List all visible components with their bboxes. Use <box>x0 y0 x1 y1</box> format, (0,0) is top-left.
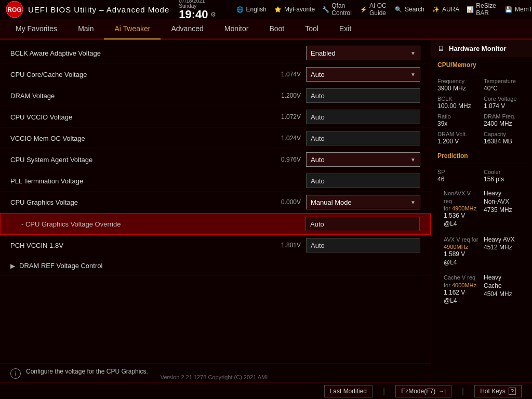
hw-nonavx-label: NonAVX V req for 4900MHz 1.536 V @L4 <box>444 190 480 228</box>
tool-english-label: English <box>246 6 267 13</box>
setting-cpu-graphics[interactable]: CPU Graphics Voltage 0.000V Manual Mode … <box>0 192 431 213</box>
input-graphics-override[interactable]: Auto <box>305 217 420 231</box>
tool-aura[interactable]: ✨ AURA <box>432 5 459 14</box>
dropdown-cpu-core[interactable]: Auto ▼ <box>306 67 420 82</box>
hw-label-dram-freq: DRAM Freq. 2400 MHz <box>484 113 526 128</box>
setting-label-dram: DRAM Voltage <box>10 92 270 100</box>
separator-2: | <box>462 387 464 396</box>
input-dram[interactable]: Auto <box>306 88 420 103</box>
dropdown-system-agent[interactable]: Auto ▼ <box>306 152 420 167</box>
tab-monitor[interactable]: Monitor <box>214 19 259 39</box>
logo-area: ROG UEFI BIOS Utility – Advanced Mode <box>5 0 169 19</box>
tool-memtest[interactable]: 💾 MemTest86 <box>504 5 532 14</box>
resizebar-icon: 📊 <box>467 5 474 14</box>
monitor-icon: 🖥 <box>437 44 445 52</box>
setting-vccio-mem-oc[interactable]: VCCIO Mem OC Voltage 1.024V Auto <box>0 128 431 149</box>
tool-resizebar[interactable]: 📊 ReSize BAR <box>467 2 497 17</box>
input-vccio[interactable]: Auto <box>306 110 420 124</box>
chevron-down-icon: ▼ <box>410 72 416 77</box>
setting-label-bclk-aware: BCLK Aware Adaptive Voltage <box>10 49 306 57</box>
setting-pll-termination[interactable]: PLL Termination Voltage Auto <box>0 170 431 192</box>
setting-label-cpu-graphics: CPU Graphics Voltage <box>10 198 270 206</box>
hw-label-bclk: BCLK 100.00 MHz <box>437 95 480 111</box>
bottom-bar: Last Modified | EzMode(F7) →| | Hot Keys… <box>0 382 532 399</box>
tab-exit[interactable]: Exit <box>329 19 362 39</box>
setting-label-graphics-override: - CPU Graphics Voltage Override <box>11 220 305 228</box>
dropdown-cpu-graphics[interactable]: Manual Mode ▼ <box>306 195 420 209</box>
tool-resizebar-label: ReSize BAR <box>476 2 497 17</box>
hw-cache-value: Heavy Cache 4504 MHz <box>484 274 520 305</box>
hw-section-cpu-memory: CPU/Memory <box>431 57 532 71</box>
ez-mode-label: EzMode(F7) <box>401 388 435 395</box>
setting-label-dram-ref: DRAM REF Voltage Control <box>19 262 420 270</box>
tab-ai-tweaker[interactable]: Ai Tweaker <box>104 19 161 39</box>
tab-tool[interactable]: Tool <box>295 19 329 39</box>
hw-avx-grid: AVX V req for 4900MHz 1.589 V @L4 Heavy … <box>437 234 526 269</box>
hw-cache-grid: Cache V req for 4000MHz 1.162 V @L4 Heav… <box>437 272 526 307</box>
rog-logo-icon: ROG <box>5 0 24 19</box>
input-pch[interactable]: Auto <box>306 238 420 252</box>
hw-avx-label: AVX V req for 4900MHz 1.589 V @L4 <box>444 236 480 267</box>
time-settings-icon[interactable]: ⚙ <box>210 11 216 18</box>
hw-monitor-title: Hardware Monitor <box>449 45 507 52</box>
setting-cpu-core-cache[interactable]: CPU Core/Cache Voltage 1.074V Auto ▼ <box>0 64 431 85</box>
globe-icon: 🌐 <box>236 5 244 14</box>
settings-list: BCLK Aware Adaptive Voltage Enabled ▼ CP… <box>0 40 431 363</box>
last-modified-button[interactable]: Last Modified <box>324 385 373 397</box>
datetime-area: 07/18/2021 Sunday 19:40 ⚙ <box>179 0 216 20</box>
hw-monitor-header: 🖥 Hardware Monitor <box>431 40 532 57</box>
tab-main[interactable]: Main <box>68 19 104 39</box>
header-tools: 🌐 English ⭐ MyFavorite 🔧 Qfan Control ⚡ … <box>236 2 532 17</box>
tool-aura-label: AURA <box>442 6 459 13</box>
tool-aioc[interactable]: ⚡ AI OC Guide <box>360 2 387 17</box>
setting-cpu-graphics-override[interactable]: - CPU Graphics Voltage Override Auto <box>0 213 431 235</box>
setting-bclk-aware[interactable]: BCLK Aware Adaptive Voltage Enabled ▼ <box>0 43 431 64</box>
setting-value-cpu-core: 1.074V <box>270 71 301 78</box>
ez-mode-button[interactable]: EzMode(F7) →| <box>395 385 451 397</box>
tool-qfan[interactable]: 🔧 Qfan Control <box>322 2 353 17</box>
hw-nonavx-value: Heavy Non-AVX 4735 MHz <box>484 190 520 228</box>
hw-divider-1 <box>437 73 526 73</box>
last-modified-label: Last Modified <box>330 388 367 395</box>
tab-advanced[interactable]: Advanced <box>161 19 214 39</box>
hw-label-dram-volt: DRAM Volt. 1.200 V <box>437 130 480 146</box>
tab-favorites[interactable]: My Favorites <box>5 19 68 39</box>
hot-keys-label: Hot Keys <box>480 388 506 395</box>
setting-value-vccio-mem: 1.024V <box>270 135 301 142</box>
setting-pch-vccin[interactable]: PCH VCCIN 1.8V 1.801V Auto <box>0 235 431 256</box>
tool-search[interactable]: 🔍 Search <box>394 5 424 14</box>
setting-value-dram: 1.200V <box>270 92 301 99</box>
setting-value-cpu-graphics: 0.000V <box>270 198 301 206</box>
tab-boot[interactable]: Boot <box>259 19 295 39</box>
hw-avx-value: Heavy AVX 4512 MHz <box>484 236 520 267</box>
setting-label-cpu-core: CPU Core/Cache Voltage <box>10 71 270 78</box>
nav-tabs: My Favorites Main Ai Tweaker Advanced Mo… <box>0 19 532 39</box>
tool-english[interactable]: 🌐 English <box>236 5 267 14</box>
tool-myfavorite[interactable]: ⭐ MyFavorite <box>274 5 315 14</box>
hw-label-ratio: Ratio 39x <box>437 113 480 128</box>
setting-dram-voltage[interactable]: DRAM Voltage 1.200V Auto <box>0 85 431 107</box>
setting-cpu-vccio[interactable]: CPU VCCIO Voltage 1.072V Auto <box>0 107 431 128</box>
hw-label-sp: SP 46 <box>437 168 480 184</box>
setting-cpu-system-agent[interactable]: CPU System Agent Voltage 0.976V Auto ▼ <box>0 149 431 170</box>
dropdown-bclk-aware[interactable]: Enabled ▼ <box>306 46 420 60</box>
content-area: BCLK Aware Adaptive Voltage Enabled ▼ CP… <box>0 40 431 399</box>
search-icon: 🔍 <box>394 5 403 14</box>
input-pll[interactable]: Auto <box>306 174 420 188</box>
setting-label-pch: PCH VCCIN 1.8V <box>10 242 270 249</box>
setting-dram-ref[interactable]: ▶ DRAM REF Voltage Control <box>0 256 431 276</box>
hw-cache-label: Cache V req for 4000MHz 1.162 V @L4 <box>444 274 480 305</box>
version-footer: Version 2.21.1278 Copyright (C) 2021 AMI <box>0 372 428 382</box>
input-vccio-mem[interactable]: Auto <box>306 131 420 145</box>
hardware-monitor-panel: 🖥 Hardware Monitor CPU/Memory Frequency … <box>431 40 532 399</box>
setting-value-system-agent: 0.976V <box>270 156 301 163</box>
hw-label-frequency: Frequency 3900 MHz <box>437 77 480 93</box>
svg-text:ROG: ROG <box>7 6 21 14</box>
tool-qfan-label: Qfan Control <box>331 2 353 17</box>
header-top-bar: ROG UEFI BIOS Utility – Advanced Mode 07… <box>0 0 532 19</box>
tool-myfavorite-label: MyFavorite <box>284 6 315 13</box>
setting-value-pch: 1.801V <box>270 242 301 249</box>
hot-keys-button[interactable]: Hot Keys ? <box>474 385 522 397</box>
setting-label-vccio: CPU VCCIO Voltage <box>10 113 270 121</box>
fan-icon: 🔧 <box>322 5 329 14</box>
